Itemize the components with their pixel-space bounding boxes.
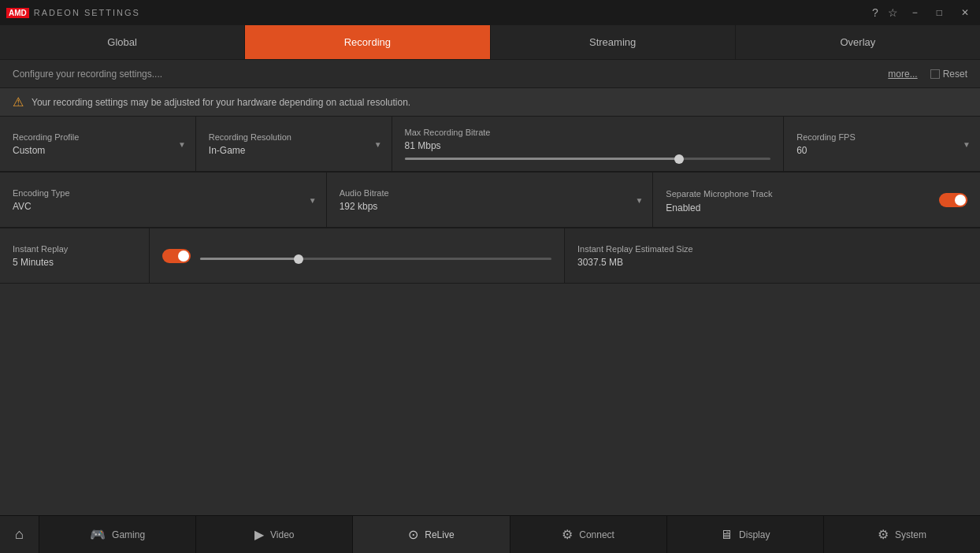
instant-replay-slider-track <box>200 258 551 260</box>
titlebar-right: ? ☆ − □ ✕ <box>872 6 974 20</box>
instant-replay-size-value: 3037.5 MB <box>577 257 967 268</box>
encoding-type-value: AVC <box>13 201 314 212</box>
tab-streaming[interactable]: Streaming <box>491 25 736 59</box>
amd-logo: AMD RADEON SETTINGS <box>6 8 140 18</box>
warning-text: Your recording settings may be adjusted … <box>32 97 410 108</box>
encoding-type-dropdown-icon: ▼ <box>309 195 317 204</box>
system-icon: ⚙ <box>878 527 889 542</box>
separate-mic-toggle-knob <box>955 195 966 206</box>
encoding-type-label: Encoding Type <box>13 188 314 198</box>
recording-profile-value: Custom <box>13 145 183 156</box>
recording-fps-dropdown-icon: ▼ <box>963 139 971 148</box>
recording-fps-value: 60 <box>796 145 967 156</box>
home-icon: ⌂ <box>15 526 24 543</box>
main-content-area <box>0 284 980 495</box>
audio-bitrate-cell[interactable]: Audio Bitrate 192 kbps ▼ <box>327 173 654 228</box>
instant-replay-toggle-knob <box>178 251 189 262</box>
audio-bitrate-label: Audio Bitrate <box>340 188 640 198</box>
max-bitrate-slider-thumb[interactable] <box>674 154 684 164</box>
instant-replay-label-cell: Instant Replay 5 Minutes <box>0 228 150 283</box>
instant-replay-toggle[interactable] <box>162 249 191 263</box>
max-bitrate-slider-fill <box>405 158 679 160</box>
nav-system[interactable]: ⚙ System <box>824 516 980 553</box>
nav-gaming[interactable]: 🎮 Gaming <box>39 516 196 553</box>
radeon-settings-label: RADEON SETTINGS <box>34 8 140 17</box>
instant-replay-size-cell: Instant Replay Estimated Size 3037.5 MB <box>565 228 980 283</box>
nav-video[interactable]: ▶ Video <box>196 516 353 553</box>
separate-mic-label: Separate Microphone Track <box>666 189 772 199</box>
tab-recording[interactable]: Recording <box>245 25 490 59</box>
separate-mic-value: Enabled <box>666 202 700 213</box>
max-bitrate-cell: Max Recording Bitrate 81 Mbps <box>392 117 785 172</box>
instant-replay-label: Instant Replay <box>13 244 136 254</box>
maximize-button[interactable]: □ <box>932 6 947 20</box>
audio-bitrate-value: 192 kbps <box>340 201 640 212</box>
tab-overlay[interactable]: Overlay <box>736 25 980 59</box>
reset-checkbox <box>930 69 940 79</box>
tabbar: Global Recording Streaming Overlay <box>0 25 980 60</box>
bottomnav: ⌂ 🎮 Gaming ▶ Video ⊙ ReLive ⚙ Connect 🖥 … <box>0 515 980 553</box>
titlebar-left: AMD RADEON SETTINGS <box>6 8 140 18</box>
recording-profile-dropdown-icon: ▼ <box>178 139 186 148</box>
instant-replay-value: 5 Minutes <box>13 257 136 268</box>
separate-mic-info: Separate Microphone Track Enabled <box>666 186 772 214</box>
relive-icon: ⊙ <box>408 527 418 542</box>
instant-replay-size-label: Instant Replay Estimated Size <box>577 244 967 254</box>
help-icon[interactable]: ? <box>872 6 878 19</box>
max-bitrate-slider[interactable] <box>405 158 771 160</box>
amd-box-label: AMD <box>6 8 29 18</box>
instant-replay-toggle-cell <box>150 228 565 283</box>
tab-global[interactable]: Global <box>0 25 245 59</box>
display-label: Display <box>739 529 770 540</box>
system-label: System <box>895 529 926 540</box>
max-bitrate-label: Max Recording Bitrate <box>405 128 771 137</box>
recording-profile-cell[interactable]: Recording Profile Custom ▼ <box>0 117 196 172</box>
minimize-button[interactable]: − <box>908 6 922 20</box>
connect-label: Connect <box>579 529 614 540</box>
recording-fps-label: Recording FPS <box>796 132 967 142</box>
nav-connect[interactable]: ⚙ Connect <box>510 516 667 553</box>
encoding-type-cell[interactable]: Encoding Type AVC ▼ <box>0 173 327 228</box>
nav-relive[interactable]: ⊙ ReLive <box>353 516 510 553</box>
configbar-text: Configure your recording settings.... <box>13 69 162 80</box>
more-link[interactable]: more... <box>888 69 917 80</box>
recording-profile-label: Recording Profile <box>13 132 183 142</box>
recording-resolution-value: In-Game <box>209 145 379 156</box>
instant-replay-slider-fill <box>200 258 299 260</box>
connect-icon: ⚙ <box>562 527 573 542</box>
instant-replay-slider-thumb[interactable] <box>294 254 303 264</box>
max-bitrate-value: 81 Mbps <box>405 140 771 151</box>
separate-mic-toggle[interactable] <box>939 193 967 207</box>
relive-label: ReLive <box>425 529 454 540</box>
recording-resolution-dropdown-icon: ▼ <box>374 139 382 148</box>
close-button[interactable]: ✕ <box>956 6 974 20</box>
warning-icon: ⚠ <box>13 95 24 109</box>
gaming-label: Gaming <box>112 529 145 540</box>
recording-resolution-cell[interactable]: Recording Resolution In-Game ▼ <box>196 117 392 172</box>
display-icon: 🖥 <box>720 528 733 542</box>
home-button[interactable]: ⌂ <box>0 516 39 553</box>
star-icon[interactable]: ☆ <box>888 6 898 19</box>
settings-row-1: Recording Profile Custom ▼ Recording Res… <box>0 117 980 173</box>
video-icon: ▶ <box>254 527 264 542</box>
configbar: Configure your recording settings.... mo… <box>0 60 980 88</box>
video-label: Video <box>270 529 294 540</box>
gaming-icon: 🎮 <box>90 527 106 542</box>
separate-mic-cell: Separate Microphone Track Enabled <box>653 173 980 228</box>
settings-row-2: Encoding Type AVC ▼ Audio Bitrate 192 kb… <box>0 173 980 228</box>
warningbar: ⚠ Your recording settings may be adjuste… <box>0 88 980 117</box>
recording-fps-cell[interactable]: Recording FPS 60 ▼ <box>784 117 980 172</box>
titlebar: AMD RADEON SETTINGS ? ☆ − □ ✕ <box>0 0 980 25</box>
max-bitrate-slider-track <box>405 158 771 160</box>
instant-replay-slider[interactable] <box>200 258 551 260</box>
reset-button[interactable]: Reset <box>930 69 967 80</box>
audio-bitrate-dropdown-icon: ▼ <box>635 195 643 204</box>
configbar-right: more... Reset <box>888 69 967 80</box>
nav-display[interactable]: 🖥 Display <box>667 516 824 553</box>
recording-resolution-label: Recording Resolution <box>209 132 379 142</box>
settings-row-3: Instant Replay 5 Minutes Instant Replay … <box>0 228 980 284</box>
